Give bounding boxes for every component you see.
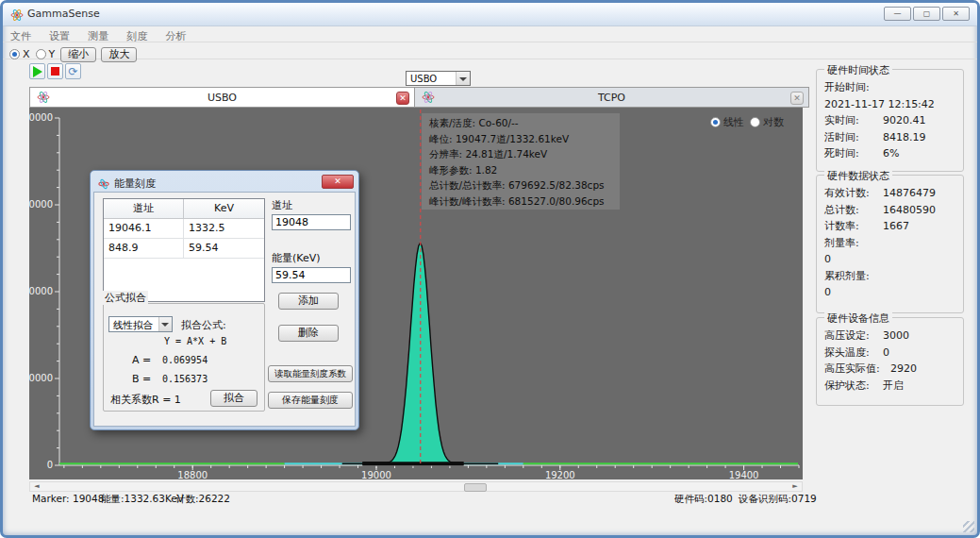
chevron-down-icon [456,72,470,85]
channel-input[interactable] [272,214,351,230]
live-time-row: 活时间:8418.19 [824,129,955,146]
coeff-b-value: 0.156373 [162,374,208,384]
energy-input[interactable] [272,267,351,283]
cell-kev: 1332.5 [184,219,264,238]
log-scale-radio[interactable] [750,117,760,127]
hw-device-info-group: 硬件设备信息 高压设定:3000 探头温度:0 高压实际值:2920 保护状态:… [816,317,964,406]
refresh-button[interactable]: ⟳ [65,63,81,79]
read-coeff-button[interactable]: 读取能量刻度系数 [268,365,353,382]
scroll-left-icon[interactable]: ◄ [30,482,43,491]
device-select-value: USBO [410,74,437,84]
hw-time-status-title: 硬件时间状态 [824,63,892,77]
x-axis-label: X [23,48,30,60]
coeff-a-label: A = [132,354,151,366]
svg-text:10000: 10000 [29,373,53,383]
table-header-row: 道址 KeV [104,199,264,219]
hv-set-row: 高压设定:3000 [824,328,955,345]
marker-status: Marker: 19048 [32,493,104,504]
peak-counts-text: 峰计数/峰计数率: 681527.0/80.96cps [429,193,612,210]
table-row[interactable]: 848.9 59.54 [104,239,264,259]
total-counts-row: 总计数:16480590 [824,202,955,219]
fit-type-select[interactable]: 线性拟合 [108,316,173,332]
tab-tcpo-close-icon[interactable]: ✕ [790,92,804,105]
radio-dot [713,120,718,125]
y-axis-label: Y [49,48,56,60]
stop-button[interactable] [47,63,63,79]
app-logo-icon [10,8,24,25]
linear-scale-radio[interactable] [710,117,721,127]
formula-fit-group: 公式拟合 线性拟合 拟合公式: Y = A*X + B A = 0.069954… [103,303,265,412]
kev-column-header: KeV [184,199,264,218]
valid-counts-row: 有效计数:14876479 [824,185,955,202]
chart-hscrollbar[interactable]: ◄ ► [29,481,803,492]
formula-text: Y = A*X + B [164,336,226,346]
window-title: GammaSense [27,8,100,20]
svg-text:19400: 19400 [729,470,759,479]
energy-field-label: 能量(KeV) [272,251,321,265]
hw-time-status-group: 硬件时间状态 开始时间: 2021-11-17 12:15:42 实时间:902… [816,69,964,172]
menu-analysis[interactable]: 分析 [165,29,186,43]
play-icon [33,66,42,77]
svg-text:40000: 40000 [29,112,53,123]
total-counts-text: 总计数/总计数率: 679692.5/82.38cps [429,177,612,193]
zoom-out-button[interactable]: 缩小 [60,47,96,62]
tab-usbo-close-icon[interactable]: ✕ [396,92,409,105]
minimize-button[interactable]: — [884,7,911,21]
close-button[interactable]: ✕ [942,7,970,21]
hw-data-status-title: 硬件数据状态 [824,169,892,183]
tab-tcpo[interactable]: TCPO ✕ [415,87,809,108]
svg-text:30000: 30000 [29,199,53,210]
svg-text:20000: 20000 [29,286,53,296]
save-calibration-button[interactable]: 保存能量刻度 [268,392,353,409]
formula-fit-title: 公式拟合 [103,291,148,305]
svg-text:19000: 19000 [361,470,391,479]
hw-device-info-title: 硬件设备信息 [824,311,892,326]
resize-grip[interactable] [963,521,974,532]
scroll-right-icon[interactable]: ► [789,482,802,491]
start-time-row: 开始时间: [824,79,955,96]
peak-position-text: 峰位: 19047.7道/1332.61keV [429,131,612,147]
coeff-b-label: B = [132,373,151,385]
svg-text:19200: 19200 [545,470,575,479]
table-row[interactable]: 19046.1 1332.5 [104,219,264,239]
hw-data-status-group: 硬件数据状态 有效计数:14876479 总计数:16480590 计数率:16… [816,175,964,313]
start-button[interactable] [29,63,45,79]
dose-rate-row: 剂量率: [824,235,955,252]
hv-actual-row: 高压实际值:2920 [824,361,955,378]
scrollbar-thumb[interactable] [464,483,487,492]
scale-mode-group: 线性对数 [710,115,789,129]
count-rate-row: 计数率:1667 [824,218,955,235]
maximize-button[interactable]: ▢ [913,7,940,21]
menu-calibration[interactable]: 刻度 [126,29,147,43]
dialog-title-bar[interactable]: 能量刻度 ✕ [93,174,356,192]
zoom-in-button[interactable]: 放大 [101,47,137,62]
dialog-close-button[interactable]: ✕ [322,175,354,189]
menu-measure[interactable]: 测量 [88,29,108,43]
axis-toolbar: XY缩小 放大 [3,42,977,59]
device-select[interactable]: USBO [406,71,471,86]
app-window: GammaSense — ▢ ✕ 文件 设置 测量 刻度 分析 XY缩小 放大 … [0,0,980,538]
delete-button[interactable]: 删除 [278,325,339,342]
dialog-body: 道址 KeV 19046.1 1332.5 848.9 59.54 道址 能量(… [93,192,356,427]
channel-field-label: 道址 [272,198,292,212]
nuclide-activity-text: 核素/活度: Co-60/-- [429,115,612,131]
log-scale-label: 对数 [763,116,784,128]
tab-usbo-label: USBO [30,92,414,104]
acquisition-controls: ⟳ [29,63,81,79]
protect-state-row: 保护状态:开启 [824,378,955,395]
x-axis-radio[interactable] [9,49,20,59]
svg-text:0: 0 [47,460,53,470]
start-time-value-row: 2021-11-17 12:15:42 [824,96,955,113]
accum-dose-row: 累积剂量: [824,268,955,285]
fit-button[interactable]: 拟合 [210,390,257,407]
menu-file[interactable]: 文件 [10,29,31,43]
real-time-row: 实时间:9020.41 [824,112,955,129]
status-bar: Marker: 19048 能量:1332.63KeV 计数:26222 硬件码… [3,493,977,508]
tab-usbo[interactable]: USBO ✕ [29,87,415,108]
y-axis-radio[interactable] [36,49,46,59]
add-button[interactable]: 添加 [278,293,339,310]
channel-column-header: 道址 [104,199,184,218]
accum-dose-value-row: 0 [824,284,955,301]
menu-settings[interactable]: 设置 [49,29,70,43]
calibration-table[interactable]: 道址 KeV 19046.1 1332.5 848.9 59.54 [103,198,265,302]
